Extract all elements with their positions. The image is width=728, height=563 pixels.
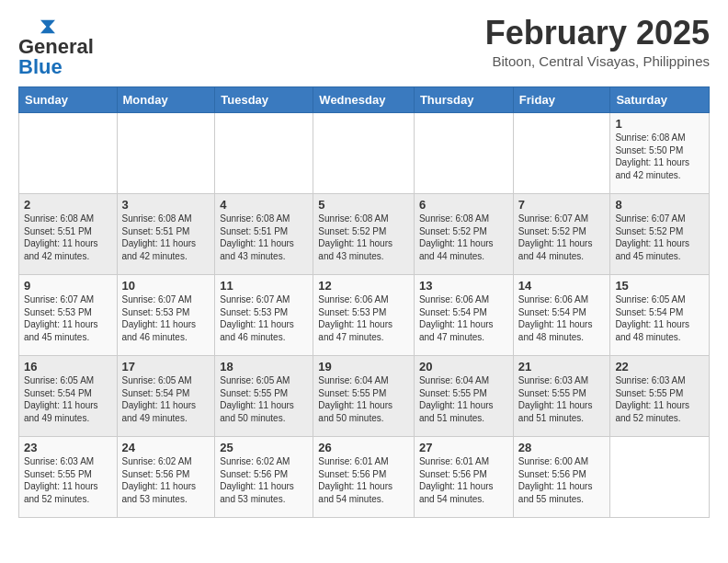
day-info: Sunrise: 6:01 AM Sunset: 5:56 PM Dayligh…	[318, 455, 409, 505]
calendar-cell: 26Sunrise: 6:01 AM Sunset: 5:56 PM Dayli…	[313, 437, 415, 518]
day-number: 7	[518, 198, 606, 212]
calendar-cell: 5Sunrise: 6:08 AM Sunset: 5:52 PM Daylig…	[313, 194, 415, 275]
day-info: Sunrise: 6:03 AM Sunset: 5:55 PM Dayligh…	[518, 374, 606, 424]
day-info: Sunrise: 6:05 AM Sunset: 5:54 PM Dayligh…	[122, 374, 210, 424]
calendar-day-header: Friday	[513, 87, 610, 113]
calendar-cell	[610, 437, 710, 518]
calendar-cell: 20Sunrise: 6:04 AM Sunset: 5:55 PM Dayli…	[414, 356, 513, 437]
calendar-cell: 16Sunrise: 6:05 AM Sunset: 5:54 PM Dayli…	[19, 356, 118, 437]
day-number: 12	[318, 279, 409, 293]
calendar-header-row: SundayMondayTuesdayWednesdayThursdayFrid…	[19, 87, 710, 113]
day-number: 2	[24, 198, 112, 212]
day-number: 25	[220, 441, 308, 454]
logo-text: General Blue	[18, 37, 94, 77]
day-number: 5	[318, 198, 409, 212]
calendar-cell	[513, 113, 610, 194]
day-info: Sunrise: 6:03 AM Sunset: 5:55 PM Dayligh…	[615, 374, 704, 424]
calendar-cell: 9Sunrise: 6:07 AM Sunset: 5:53 PM Daylig…	[19, 275, 118, 356]
day-number: 14	[518, 279, 606, 293]
calendar-cell: 25Sunrise: 6:02 AM Sunset: 5:56 PM Dayli…	[215, 437, 313, 518]
day-info: Sunrise: 6:05 AM Sunset: 5:54 PM Dayligh…	[615, 293, 704, 343]
calendar-day-header: Thursday	[414, 87, 513, 113]
calendar-cell: 21Sunrise: 6:03 AM Sunset: 5:55 PM Dayli…	[513, 356, 610, 437]
day-info: Sunrise: 6:08 AM Sunset: 5:52 PM Dayligh…	[318, 213, 409, 262]
day-number: 9	[24, 279, 112, 293]
day-number: 18	[220, 360, 308, 373]
calendar-cell: 1Sunrise: 6:08 AM Sunset: 5:50 PM Daylig…	[610, 113, 710, 194]
day-info: Sunrise: 6:08 AM Sunset: 5:51 PM Dayligh…	[220, 213, 308, 262]
calendar-cell: 8Sunrise: 6:07 AM Sunset: 5:52 PM Daylig…	[610, 194, 710, 275]
calendar-cell: 2Sunrise: 6:08 AM Sunset: 5:51 PM Daylig…	[19, 194, 118, 275]
calendar-cell: 24Sunrise: 6:02 AM Sunset: 5:56 PM Dayli…	[117, 437, 215, 518]
calendar-cell: 11Sunrise: 6:07 AM Sunset: 5:53 PM Dayli…	[215, 275, 313, 356]
day-number: 10	[122, 279, 210, 293]
day-number: 24	[122, 441, 210, 454]
calendar-cell: 15Sunrise: 6:05 AM Sunset: 5:54 PM Dayli…	[610, 275, 710, 356]
calendar-cell: 4Sunrise: 6:08 AM Sunset: 5:51 PM Daylig…	[215, 194, 313, 275]
header: General Blue February 2025 Bitoon, Centr…	[18, 15, 710, 77]
day-info: Sunrise: 6:01 AM Sunset: 5:56 PM Dayligh…	[419, 455, 508, 505]
day-number: 8	[615, 198, 704, 212]
calendar-day-header: Tuesday	[215, 87, 313, 113]
calendar-cell: 3Sunrise: 6:08 AM Sunset: 5:51 PM Daylig…	[117, 194, 215, 275]
calendar-cell: 22Sunrise: 6:03 AM Sunset: 5:55 PM Dayli…	[610, 356, 710, 437]
day-number: 20	[419, 360, 508, 373]
calendar-cell: 6Sunrise: 6:08 AM Sunset: 5:52 PM Daylig…	[414, 194, 513, 275]
calendar-cell: 18Sunrise: 6:05 AM Sunset: 5:55 PM Dayli…	[215, 356, 313, 437]
calendar-cell	[414, 113, 513, 194]
day-number: 4	[220, 198, 308, 212]
day-info: Sunrise: 6:00 AM Sunset: 5:56 PM Dayligh…	[518, 455, 606, 505]
calendar-cell: 14Sunrise: 6:06 AM Sunset: 5:54 PM Dayli…	[513, 275, 610, 356]
day-info: Sunrise: 6:04 AM Sunset: 5:55 PM Dayligh…	[419, 374, 508, 424]
calendar-cell: 12Sunrise: 6:06 AM Sunset: 5:53 PM Dayli…	[313, 275, 415, 356]
calendar-day-header: Sunday	[19, 87, 118, 113]
calendar-cell: 23Sunrise: 6:03 AM Sunset: 5:55 PM Dayli…	[19, 437, 118, 518]
calendar-cell: 10Sunrise: 6:07 AM Sunset: 5:53 PM Dayli…	[117, 275, 215, 356]
day-info: Sunrise: 6:07 AM Sunset: 5:53 PM Dayligh…	[220, 293, 308, 343]
day-info: Sunrise: 6:02 AM Sunset: 5:56 PM Dayligh…	[220, 455, 308, 505]
logo-blue: Blue	[18, 55, 63, 78]
day-number: 23	[24, 441, 112, 454]
day-number: 26	[318, 441, 409, 454]
day-number: 6	[419, 198, 508, 212]
day-number: 15	[615, 279, 704, 293]
calendar-cell: 13Sunrise: 6:06 AM Sunset: 5:54 PM Dayli…	[414, 275, 513, 356]
svg-marker-0	[40, 20, 55, 33]
day-number: 28	[518, 441, 606, 454]
calendar-day-header: Saturday	[610, 87, 710, 113]
calendar-cell: 17Sunrise: 6:05 AM Sunset: 5:54 PM Dayli…	[117, 356, 215, 437]
calendar-day-header: Wednesday	[313, 87, 415, 113]
day-number: 13	[419, 279, 508, 293]
day-info: Sunrise: 6:07 AM Sunset: 5:52 PM Dayligh…	[518, 213, 606, 262]
day-info: Sunrise: 6:08 AM Sunset: 5:51 PM Dayligh…	[122, 213, 210, 262]
calendar-week-row: 2Sunrise: 6:08 AM Sunset: 5:51 PM Daylig…	[19, 194, 710, 275]
page: General Blue February 2025 Bitoon, Centr…	[0, 0, 728, 533]
calendar-cell: 28Sunrise: 6:00 AM Sunset: 5:56 PM Dayli…	[513, 437, 610, 518]
calendar-cell: 7Sunrise: 6:07 AM Sunset: 5:52 PM Daylig…	[513, 194, 610, 275]
logo-graphic	[18, 18, 55, 35]
calendar-subtitle: Bitoon, Central Visayas, Philippines	[485, 53, 710, 69]
calendar-cell	[19, 113, 118, 194]
day-number: 27	[419, 441, 508, 454]
calendar-cell	[117, 113, 215, 194]
calendar-table: SundayMondayTuesdayWednesdayThursdayFrid…	[18, 86, 710, 518]
calendar-cell	[313, 113, 415, 194]
day-number: 21	[518, 360, 606, 373]
calendar-week-row: 1Sunrise: 6:08 AM Sunset: 5:50 PM Daylig…	[19, 113, 710, 194]
calendar-cell: 27Sunrise: 6:01 AM Sunset: 5:56 PM Dayli…	[414, 437, 513, 518]
day-info: Sunrise: 6:08 AM Sunset: 5:52 PM Dayligh…	[419, 213, 508, 262]
day-info: Sunrise: 6:06 AM Sunset: 5:54 PM Dayligh…	[419, 293, 508, 343]
calendar-week-row: 9Sunrise: 6:07 AM Sunset: 5:53 PM Daylig…	[19, 275, 710, 356]
day-info: Sunrise: 6:06 AM Sunset: 5:53 PM Dayligh…	[318, 293, 409, 343]
calendar-title: February 2025	[485, 15, 710, 52]
day-info: Sunrise: 6:07 AM Sunset: 5:53 PM Dayligh…	[24, 293, 112, 343]
day-info: Sunrise: 6:07 AM Sunset: 5:52 PM Dayligh…	[615, 213, 704, 262]
day-info: Sunrise: 6:03 AM Sunset: 5:55 PM Dayligh…	[24, 455, 112, 505]
calendar-week-row: 23Sunrise: 6:03 AM Sunset: 5:55 PM Dayli…	[19, 437, 710, 518]
day-info: Sunrise: 6:08 AM Sunset: 5:51 PM Dayligh…	[24, 213, 112, 262]
day-info: Sunrise: 6:02 AM Sunset: 5:56 PM Dayligh…	[122, 455, 210, 505]
day-info: Sunrise: 6:04 AM Sunset: 5:55 PM Dayligh…	[318, 374, 409, 424]
logo: General Blue	[18, 18, 94, 77]
title-area: February 2025 Bitoon, Central Visayas, P…	[485, 15, 710, 69]
day-number: 19	[318, 360, 409, 373]
